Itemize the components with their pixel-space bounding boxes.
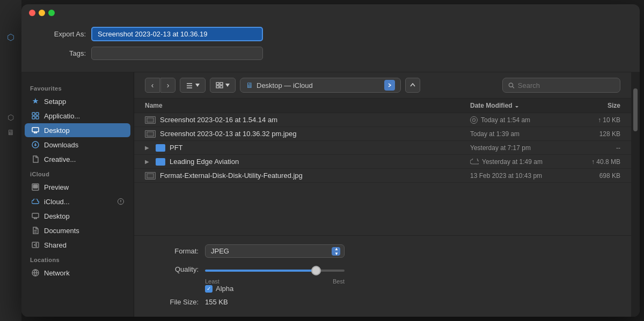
filename-input[interactable]: [91, 27, 263, 41]
svg-rect-28: [147, 174, 153, 178]
quality-max-label: Best: [333, 278, 345, 285]
location-chevron-icon: [384, 80, 395, 91]
search-input[interactable]: [518, 81, 614, 89]
quality-labels: Least Best: [205, 278, 345, 285]
alpha-row: ✓ Alpha: [205, 285, 615, 293]
up-button[interactable]: [405, 78, 420, 93]
clock-badge-icon: [470, 116, 478, 124]
file-date: Yesterday at 1:49 am: [470, 158, 577, 166]
tags-input[interactable]: [91, 47, 263, 60]
left-edge-panel: ⬡ ⬡ 🖥: [0, 0, 21, 321]
alpha-checkbox[interactable]: ✓: [205, 285, 213, 293]
left-edge-icon-2: ⬡: [8, 113, 14, 122]
quality-slider[interactable]: [205, 270, 345, 272]
sidebar-item-preview[interactable]: Preview: [25, 180, 130, 194]
tags-row: Tags:: [38, 47, 624, 60]
sidebar-item-desktop[interactable]: Desktop: [25, 123, 130, 137]
export-form: Export As: Tags:: [21, 16, 640, 72]
left-edge-icon-3: 🖥: [7, 128, 14, 137]
close-button[interactable]: [29, 10, 35, 16]
file-row[interactable]: ▶ PFT Yesterday at 7:17 pm --: [134, 141, 631, 155]
chevron-right-icon: ▶: [145, 159, 149, 165]
file-size: 128 KB: [577, 130, 620, 138]
sidebar-item-creative[interactable]: Creative...: [25, 152, 130, 166]
format-select-wrapper[interactable]: JPEG PNG TIFF GIF BMP ▲ ▼: [205, 244, 345, 258]
favourites-section-label: Favourites: [21, 81, 134, 94]
sidebar-item-downloads[interactable]: Downloads: [25, 138, 130, 152]
sidebar-item-icloud-label: iCloud...: [44, 198, 70, 206]
icloud-icon: [31, 197, 40, 206]
export-as-label: Export As:: [38, 30, 86, 38]
column-size: Size: [577, 102, 620, 109]
documents-icon: [31, 226, 40, 235]
tags-label: Tags:: [38, 49, 86, 57]
svg-rect-0: [32, 113, 35, 115]
icloud-section-label: iCloud: [21, 167, 134, 180]
file-name: Screenshot 2023-02-13 at 10.36.32 pm.jpe…: [160, 130, 296, 138]
format-select[interactable]: JPEG PNG TIFF GIF BMP: [205, 244, 345, 258]
scrollbar-thumb[interactable]: [633, 88, 638, 131]
filesize-label: File Size:: [150, 298, 199, 306]
sidebar-item-network[interactable]: Network: [25, 266, 130, 280]
quality-labels-row: Least Best: [205, 276, 615, 285]
format-label: Format:: [150, 247, 199, 255]
save-dialog: Export As: Tags: Favourites Setapp Appli…: [21, 4, 640, 317]
minimize-button[interactable]: [39, 10, 45, 16]
grid-view-button[interactable]: [210, 78, 236, 93]
folder-icon: [156, 158, 165, 166]
applications-icon: [31, 111, 40, 120]
file-row[interactable]: ▶ Leading Edge Aviation Yesterday at 1:4…: [134, 155, 631, 169]
icloud-badge: [118, 198, 124, 205]
folder-icon: [156, 144, 165, 152]
file-thumbnail-icon: [145, 116, 156, 124]
file-size: ↑ 10 KB: [577, 116, 620, 124]
back-button[interactable]: ‹: [145, 78, 160, 93]
sidebar-item-applications[interactable]: Applicatio...: [25, 109, 130, 123]
nav-button-group: ‹ ›: [145, 78, 175, 93]
file-name-cell: ▶ PFT: [145, 144, 470, 152]
svg-rect-7: [33, 185, 38, 188]
file-row[interactable]: Screenshot 2023-02-13 at 10.36.32 pm.jpe…: [134, 127, 631, 141]
sidebar-item-icloud[interactable]: iCloud...: [25, 195, 130, 208]
sidebar-item-documents[interactable]: Documents: [25, 223, 130, 237]
file-icon: [31, 155, 40, 163]
svg-point-23: [509, 83, 513, 86]
column-name: Name: [145, 102, 470, 109]
chevron-right-icon: ▶: [145, 145, 149, 151]
file-row[interactable]: Format-External-Disk-Disk-Utility-Featur…: [134, 169, 631, 183]
file-row[interactable]: Screenshot 2023-02-16 at 1.54.14 am Toda…: [134, 113, 631, 127]
quality-row: Quality:: [150, 264, 615, 274]
list-view-button[interactable]: [180, 78, 206, 93]
sidebar-item-desktop-label: Desktop: [44, 126, 70, 135]
search-bar: [502, 78, 620, 93]
forward-button[interactable]: ›: [160, 78, 175, 93]
sidebar-item-shared-label: Shared: [44, 241, 67, 249]
sidebar-item-desktop-icloud[interactable]: Desktop: [25, 209, 130, 223]
column-date-modified: Date Modified: [470, 102, 577, 109]
sidebar-item-setapp[interactable]: Setapp: [25, 94, 130, 108]
network-icon: [31, 268, 40, 277]
quality-min-label: Least: [205, 278, 219, 285]
location-button[interactable]: 🖥 Desktop — iCloud: [240, 78, 401, 93]
file-name: Format-External-Disk-Disk-Utility-Featur…: [160, 171, 303, 180]
file-date: Today at 1:54 am: [470, 116, 577, 124]
svg-rect-13: [32, 242, 39, 248]
file-name: Leading Edge Aviation: [170, 158, 239, 166]
sidebar-item-shared[interactable]: Shared: [25, 238, 130, 252]
file-name: PFT: [170, 144, 183, 152]
sidebar-item-creative-label: Creative...: [44, 155, 76, 163]
location-text: Desktop — iCloud: [257, 81, 313, 89]
traffic-lights: [29, 10, 55, 16]
star-icon: [31, 97, 40, 106]
svg-rect-22: [220, 86, 223, 88]
fullscreen-button[interactable]: [48, 10, 55, 16]
sidebar-item-desktop-icloud-label: Desktop: [44, 212, 70, 220]
file-size: --: [577, 144, 620, 152]
desktop-icloud-icon: [31, 212, 40, 220]
scrollbar[interactable]: [631, 72, 640, 317]
svg-rect-4: [32, 128, 39, 132]
shared-icon: [31, 241, 40, 249]
file-name-cell: Screenshot 2023-02-16 at 1.54.14 am: [145, 116, 470, 124]
cloud-download-icon: [470, 159, 479, 165]
svg-rect-19: [216, 83, 219, 85]
